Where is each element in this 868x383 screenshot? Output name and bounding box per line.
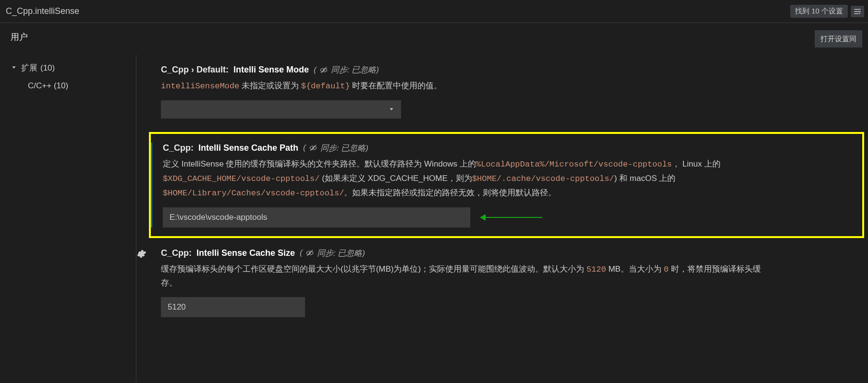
filter-icon[interactable] [851, 6, 864, 17]
setting-intellisense-cache-size: C_Cpp: Intelli Sense Cache Size ( 同步: 已忽… [149, 248, 864, 318]
sidebar-item-count: (10) [40, 63, 55, 73]
tab-user[interactable]: 用户 [11, 31, 28, 47]
setting-name: Intelli Sense Mode [233, 65, 309, 75]
svg-rect-0 [854, 9, 861, 10]
sync-ignored-icon [306, 249, 314, 257]
cache-path-input[interactable] [163, 207, 470, 227]
setting-name: Intelli Sense Cache Size [196, 248, 295, 258]
sidebar-item-label: C/C++ [28, 81, 51, 90]
setting-prefix: C_Cpp: [161, 248, 192, 258]
sidebar-item-label: 扩展 [21, 62, 37, 73]
sync-status: ( 同步: 已忽略) [314, 64, 379, 75]
search-right-actions: 找到 10 个设置 [790, 5, 864, 18]
sync-ignored-icon [309, 144, 318, 152]
settings-content: C_Cpp › Default: Intelli Sense Mode ( 同步… [136, 55, 868, 383]
settings-scope-tabs: 用户 打开设置同 [0, 23, 868, 55]
setting-prefix: C_Cpp › Default: [161, 65, 229, 75]
sync-status: ( 同步: 已忽略) [300, 248, 365, 259]
intellisense-mode-select[interactable] [161, 100, 401, 119]
setting-name: Intelli Sense Cache Path [198, 143, 298, 153]
setting-description: 定义 IntelliSense 使用的缓存预编译标头的文件夹路径。默认缓存路径为… [163, 157, 778, 201]
sidebar-item-count: (10) [54, 81, 68, 90]
setting-description: intelliSenseMode 未指定或设置为 ${default} 时要在配… [161, 79, 776, 94]
settings-toc-sidebar: 扩展 (10) C/C++ (10) [0, 55, 136, 383]
search-input-text[interactable]: C_Cpp.intelliSense [6, 6, 79, 16]
setting-description: 缓存预编译标头的每个工作区硬盘空间的最大大小(以兆字节(MB)为单位)；实际使用… [161, 263, 776, 291]
sync-ignored-icon [319, 66, 328, 74]
results-count-badge: 找到 10 个设置 [790, 5, 848, 18]
cache-size-input[interactable] [161, 297, 305, 317]
chevron-down-icon [388, 106, 395, 113]
chevron-down-icon [11, 64, 18, 72]
sidebar-item-ccpp[interactable]: C/C++ (10) [0, 77, 136, 95]
annotation-arrow [485, 217, 542, 218]
setting-intellisense-mode: C_Cpp › Default: Intelli Sense Mode ( 同步… [149, 64, 864, 119]
annotation-highlight-box: C_Cpp: Intelli Sense Cache Path ( 同步: 已忽… [149, 132, 864, 238]
setting-prefix: C_Cpp: [163, 143, 194, 153]
gear-icon[interactable] [136, 249, 147, 259]
sync-status: ( 同步: 已忽略) [303, 143, 368, 154]
svg-rect-1 [854, 11, 861, 12]
sidebar-item-extensions[interactable]: 扩展 (10) [0, 59, 136, 77]
svg-rect-2 [854, 13, 858, 14]
settings-search-bar: C_Cpp.intelliSense 找到 10 个设置 [0, 0, 868, 23]
setting-intellisense-cache-path: C_Cpp: Intelli Sense Cache Path ( 同步: 已忽… [151, 143, 862, 227]
open-settings-sync-button[interactable]: 打开设置同 [815, 30, 862, 48]
